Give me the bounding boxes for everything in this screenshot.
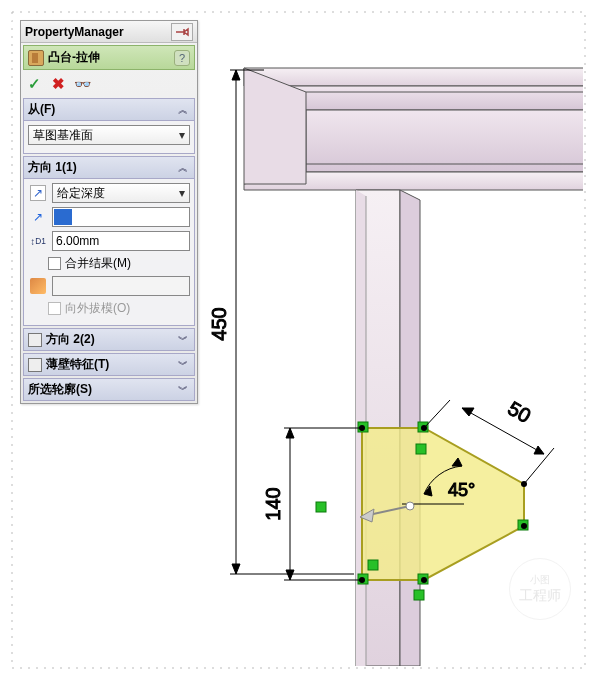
svg-point-124 [449, 671, 463, 680]
svg-point-131 [561, 671, 575, 680]
sketch-profile[interactable] [316, 422, 528, 600]
svg-point-117 [337, 671, 351, 680]
svg-point-113 [273, 671, 287, 680]
svg-point-88 [465, 0, 479, 9]
svg-point-145 [0, 193, 9, 207]
svg-point-147 [0, 225, 9, 239]
svg-point-93 [545, 0, 559, 9]
svg-point-196 [588, 337, 597, 351]
svg-point-153 [0, 321, 9, 335]
svg-point-75 [257, 0, 271, 9]
draft-outward-checkbox [48, 302, 61, 315]
svg-point-84 [401, 0, 415, 9]
ok-button[interactable]: ✓ [25, 75, 43, 93]
end-condition-value: 给定深度 [57, 185, 105, 202]
draft-outward-label: 向外拔模(O) [65, 300, 130, 317]
svg-point-194 [588, 305, 597, 319]
pin-icon[interactable] [171, 23, 193, 41]
svg-point-87 [449, 0, 463, 9]
svg-point-206 [588, 497, 597, 511]
svg-point-67 [129, 0, 143, 9]
section-from: 从(F) ︽ 草图基准面 [23, 98, 195, 154]
svg-point-105 [145, 671, 159, 680]
section-dir1-header[interactable]: 方向 1(1) ︽ [24, 157, 194, 179]
svg-point-86 [433, 0, 447, 9]
svg-point-82 [369, 0, 383, 9]
section-contours-header[interactable]: 所选轮廓(S) ︾ [24, 379, 194, 400]
section-dir2-label: 方向 2(2) [46, 331, 172, 348]
svg-point-129 [529, 671, 543, 680]
direction-reference-input[interactable] [52, 207, 190, 227]
svg-point-128 [513, 671, 527, 680]
svg-point-190 [588, 241, 597, 255]
svg-point-173 [0, 641, 9, 655]
feature-title-text: 凸台-拉伸 [48, 49, 170, 66]
extrude-boss-icon [28, 50, 44, 66]
svg-point-205 [588, 481, 597, 495]
svg-point-97 [17, 671, 31, 680]
section-dir2-header[interactable]: 方向 2(2) ︾ [24, 329, 194, 350]
svg-point-98 [33, 671, 47, 680]
svg-point-130 [545, 671, 559, 680]
cancel-button[interactable]: ✖ [49, 75, 67, 93]
svg-point-95 [577, 0, 591, 9]
svg-point-143 [0, 161, 9, 175]
svg-point-154 [0, 337, 9, 351]
svg-point-148 [0, 241, 9, 255]
help-icon[interactable]: ? [174, 50, 190, 66]
depth-input[interactable]: 6.00mm [52, 231, 190, 251]
svg-point-212 [588, 593, 597, 607]
svg-point-30 [521, 523, 527, 529]
reverse-direction-icon[interactable]: ↗ [30, 185, 46, 201]
svg-point-167 [0, 545, 9, 559]
svg-point-175 [588, 1, 597, 15]
svg-point-63 [65, 0, 79, 9]
svg-point-83 [385, 0, 399, 9]
dir2-checkbox[interactable] [28, 333, 42, 347]
svg-point-102 [97, 671, 111, 680]
svg-point-81 [353, 0, 367, 9]
svg-point-112 [257, 671, 271, 680]
svg-point-207 [588, 513, 597, 527]
svg-rect-53 [0, 0, 597, 14]
svg-point-133 [0, 1, 9, 15]
svg-point-51 [406, 502, 414, 510]
svg-point-146 [0, 209, 9, 223]
svg-rect-54 [0, 666, 597, 680]
merge-result-checkbox[interactable] [48, 257, 61, 270]
section-thin-header[interactable]: 薄壁特征(T) ︾ [24, 354, 194, 375]
property-manager-panel: PropertyManager 凸台-拉伸 ? ✓ ✖ 👓 从(F) ︽ [20, 20, 198, 404]
preview-button[interactable]: 👓 [73, 75, 91, 93]
draft-angle-input[interactable] [52, 276, 190, 296]
from-plane-dropdown[interactable]: 草图基准面 [28, 125, 190, 145]
svg-point-62 [49, 0, 63, 9]
svg-rect-23 [368, 560, 378, 570]
draft-icon[interactable] [30, 278, 46, 294]
svg-rect-57 [0, 6, 597, 14]
thin-checkbox[interactable] [28, 358, 42, 372]
svg-point-78 [305, 0, 319, 9]
section-thin-feature: 薄壁特征(T) ︾ [23, 353, 195, 376]
svg-point-110 [225, 671, 239, 680]
svg-line-39 [462, 408, 544, 454]
svg-point-199 [588, 385, 597, 399]
svg-marker-12 [232, 70, 240, 80]
svg-point-181 [588, 97, 597, 111]
svg-point-179 [588, 65, 597, 79]
svg-point-108 [193, 671, 207, 680]
svg-point-149 [0, 257, 9, 271]
d1-depth-icon: ↕D1 [28, 236, 48, 247]
svg-point-101 [81, 671, 95, 680]
svg-point-142 [0, 145, 9, 159]
svg-point-169 [0, 577, 9, 591]
section-contours-label: 所选轮廓(S) [28, 381, 172, 398]
svg-line-42 [424, 400, 450, 428]
svg-point-103 [113, 671, 127, 680]
svg-point-183 [588, 129, 597, 143]
section-from-header[interactable]: 从(F) ︽ [24, 99, 194, 121]
end-condition-dropdown[interactable]: 给定深度 [52, 183, 190, 203]
section-direction1: 方向 1(1) ︽ ↗ 给定深度 ↗ ↕D1 [23, 156, 195, 326]
svg-point-138 [0, 81, 9, 95]
svg-point-164 [0, 497, 9, 511]
svg-point-180 [588, 81, 597, 95]
